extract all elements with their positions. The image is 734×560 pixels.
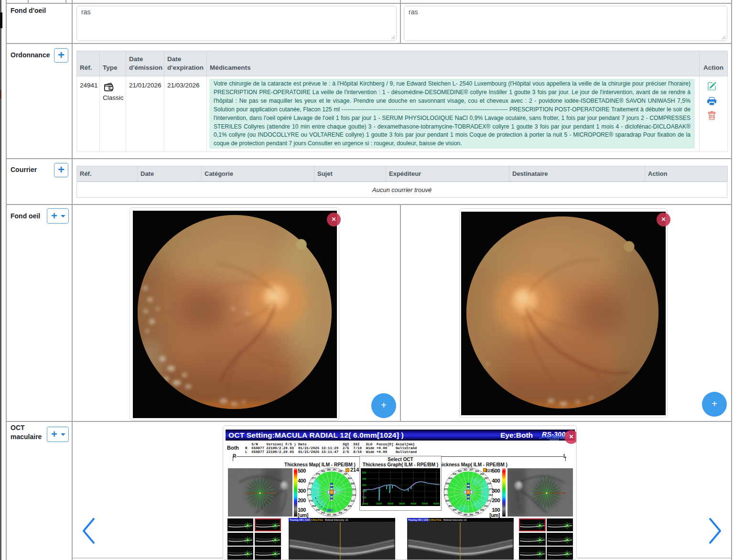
svg-text:348: 348 <box>475 511 479 514</box>
svg-text:369: 369 <box>351 482 355 485</box>
svg-text:366: 366 <box>464 513 468 516</box>
svg-text:281: 281 <box>333 468 337 471</box>
svg-text:262: 262 <box>480 473 485 475</box>
svg-text:335: 335 <box>453 473 457 475</box>
svg-text:350: 350 <box>448 505 453 507</box>
svg-text:283: 283 <box>321 470 325 473</box>
svg-text:[um]: [um] <box>362 502 368 505</box>
svg-text:300: 300 <box>338 511 343 514</box>
svg-text:365: 365 <box>344 508 348 511</box>
svg-text:285: 285 <box>338 470 343 473</box>
svg-text:301: 301 <box>464 468 468 471</box>
svg-text:240: 240 <box>316 508 320 511</box>
svg-text:356: 356 <box>445 482 450 485</box>
svg-text:Retinal Intensity +G: Retinal Intensity +G <box>443 518 467 521</box>
svg-text:6000: 6000 <box>433 502 439 505</box>
svg-text:294: 294 <box>475 470 479 473</box>
svg-text:297: 297 <box>344 473 348 475</box>
svg-text:Ultra Fine: Ultra Fine <box>312 518 323 521</box>
svg-text:373: 373 <box>444 488 448 491</box>
svg-text:273: 273 <box>307 488 312 491</box>
svg-text:305: 305 <box>458 470 462 473</box>
svg-text:363: 363 <box>458 511 462 514</box>
svg-text:371: 371 <box>444 494 448 496</box>
svg-text:400: 400 <box>362 477 367 480</box>
svg-text:316: 316 <box>352 494 356 496</box>
svg-text:500: 500 <box>362 471 367 474</box>
svg-text:4000: 4000 <box>410 502 416 505</box>
svg-text:280: 280 <box>327 468 331 471</box>
svg-text:Tracing HD ( 1/10 ): Tracing HD ( 1/10 ) <box>408 518 430 521</box>
svg-text:Ultra Fine: Ultra Fine <box>430 518 442 521</box>
svg-text:Retinal Intensity +G: Retinal Intensity +G <box>325 518 348 521</box>
svg-text:Tracing HD ( 1/10 ): Tracing HD ( 1/10 ) <box>290 518 312 521</box>
svg-text:283: 283 <box>480 508 485 511</box>
svg-text:312: 312 <box>352 488 356 491</box>
svg-text:1000: 1000 <box>376 502 382 505</box>
svg-text:3000: 3000 <box>399 502 405 505</box>
svg-text:308: 308 <box>347 505 352 507</box>
svg-text:300: 300 <box>362 484 367 486</box>
svg-text:274: 274 <box>309 482 313 485</box>
svg-text:360: 360 <box>469 513 474 516</box>
svg-text:279: 279 <box>309 499 313 502</box>
svg-text:311: 311 <box>351 499 355 502</box>
svg-text:263: 263 <box>327 513 331 516</box>
svg-text:5000: 5000 <box>422 502 428 505</box>
svg-text:279: 279 <box>316 473 320 475</box>
svg-text:356: 356 <box>453 508 457 511</box>
svg-text:263: 263 <box>321 511 325 514</box>
svg-text:304: 304 <box>347 477 352 480</box>
svg-text:100: 100 <box>362 496 367 499</box>
svg-text:355: 355 <box>445 499 450 502</box>
svg-text:2000: 2000 <box>388 502 393 505</box>
svg-text:340: 340 <box>448 477 453 480</box>
svg-text:258: 258 <box>312 505 316 507</box>
svg-text:297: 297 <box>469 468 474 471</box>
svg-text:296: 296 <box>333 513 337 516</box>
svg-text:277: 277 <box>307 494 312 496</box>
svg-text:277: 277 <box>312 477 316 480</box>
svg-text:264: 264 <box>489 494 493 496</box>
